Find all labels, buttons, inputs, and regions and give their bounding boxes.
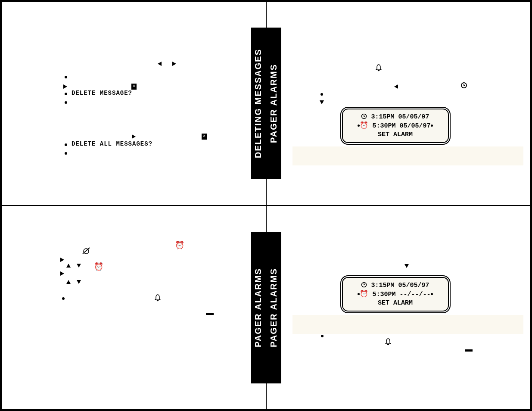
right-arrow-icon [172,62,176,66]
clock-alarm-icon [460,82,467,90]
content-br: 3:15PM 05/05/97 ⏰ 5:30PM --/--/-- SET AL… [267,206,531,409]
left-arrow-icon [158,62,162,66]
content-tl: × DELETE MESSAGE? × DELETE ALL MESSAGES? [2,2,266,205]
dash-icon [465,349,473,352]
x-box-icon: × [131,84,137,90]
bullet-icon [62,297,65,300]
lcd-alarm-time: 5:30PM [372,291,395,298]
bullet-icon [321,335,324,337]
cursor-dot-icon [431,293,433,295]
alarm-icon: ⏰ [360,290,368,299]
lcd-alarm-date: 05/05/97 [400,122,431,130]
manual-page-grid: DELETING MESSAGES × DELETE MESSAGE? × DE… [0,0,532,411]
alarm-off-icon [82,247,90,257]
delete-message-prompt: DELETE MESSAGE? [72,90,132,97]
bell-icon [154,294,161,303]
bell-icon [385,338,392,347]
panel-top-right: PAGER ALARMS 3:15PM 05/05/97 ⏰ 5:30PM [266,1,531,206]
content-bl: ⏰ ⏰ [2,206,266,409]
panel-bottom-left: PAGER ALARMS ⏰ ⏰ [1,206,266,410]
bullet-icon [65,143,67,146]
lcd-row-2: ⏰ 5:30PM 05/05/97 [347,121,444,131]
dash-icon [206,313,214,315]
up-arrow-icon [66,264,71,268]
panel-top-left: DELETING MESSAGES × DELETE MESSAGE? × DE… [1,1,266,206]
bullet-icon [65,93,67,95]
right-arrow-icon [63,84,67,89]
pager-lcd: 3:15PM 05/05/97 ⏰ 5:30PM --/--/-- SET AL… [342,277,449,311]
cursor-dot-icon [431,125,433,127]
bullet-icon [65,152,67,155]
alarm-on-icon: ⏰ [94,262,103,271]
content-tr: 3:15PM 05/05/97 ⏰ 5:30PM 05/05/97 SET AL… [267,2,531,205]
lcd-row-1: 3:15PM 05/05/97 [347,281,444,290]
lcd-row-3: SET ALARM [347,131,444,139]
lcd-alarm-date: --/--/-- [400,291,431,298]
pager-lcd: 3:15PM 05/05/97 ⏰ 5:30PM 05/05/97 SET AL… [342,109,449,143]
panel-bottom-right: PAGER ALARMS 3:15PM 05/05/97 ⏰ 5:30PM --… [266,206,531,410]
up-arrow-icon [66,280,71,284]
bell-icon [375,64,382,73]
lcd-row-1: 3:15PM 05/05/97 [347,113,444,121]
down-arrow-icon [404,264,409,268]
lcd-time-date: 3:15PM 05/05/97 [371,113,429,121]
left-arrow-icon [394,84,398,89]
bullet-icon [65,76,67,78]
bullet-icon [65,101,67,104]
cream-strip [292,146,523,165]
cream-strip [292,315,523,334]
bullet-icon [320,93,323,96]
lcd-time-date: 3:15PM 05/05/97 [371,282,429,289]
alarm-icon: ⏰ [360,121,368,130]
right-arrow-icon [60,258,64,262]
down-arrow-icon [320,100,324,104]
right-arrow-icon [132,134,136,139]
lcd-row-3: SET ALARM [347,299,444,308]
x-box-icon: × [202,134,207,140]
lcd-alarm-time: 5:30PM [372,122,395,130]
lcd-row-2: ⏰ 5:30PM --/--/-- [347,290,444,299]
delete-all-messages-prompt: DELETE ALL MESSAGES? [72,140,152,147]
right-arrow-icon [60,271,64,276]
down-arrow-icon [77,264,81,268]
down-arrow-icon [77,280,81,284]
alarm-on-icon: ⏰ [175,240,184,250]
